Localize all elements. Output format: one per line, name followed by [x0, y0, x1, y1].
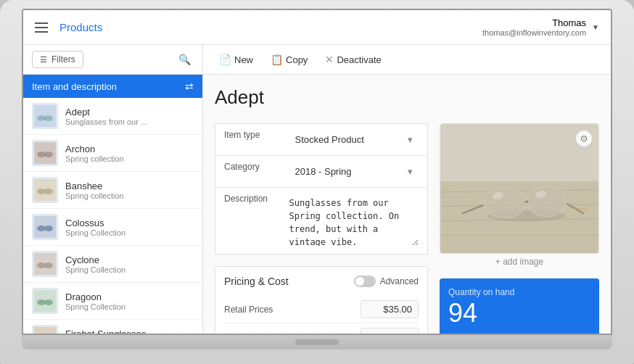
search-button[interactable]: 🔍 — [176, 51, 194, 68]
item-info-adept: Adept Sunglasses from our ... — [65, 107, 194, 126]
item-type-select[interactable]: Stocked Product ▾ — [289, 130, 419, 149]
pricing-title: Pricing & Cost — [224, 276, 289, 287]
new-icon: 📄 — [219, 54, 231, 65]
sidebar-item-adept[interactable]: Adept Sunglasses from our ... — [23, 98, 202, 135]
detail-content: Adept Item type Stocked Product — [203, 75, 611, 334]
detail-toolbar: 📄 New 📋 Copy ✕ Deactivate — [203, 45, 611, 75]
item-name: Archon — [65, 144, 194, 154]
item-name: Banshee — [65, 181, 194, 191]
sidebar-item-cyclone[interactable]: Cyclone Spring Collection — [23, 246, 202, 283]
item-sub: Spring Collection — [65, 265, 194, 274]
user-name: Thomas — [482, 17, 586, 28]
sidebar-sort-icon[interactable]: ⇄ — [185, 80, 194, 92]
product-image-box: ⊙ — [440, 123, 599, 254]
item-sub: Spring collection — [65, 154, 194, 163]
item-thumb-adept — [32, 103, 58, 129]
new-label: New — [234, 54, 253, 65]
sidebar-header-label: Item and description — [32, 81, 117, 92]
item-info-archon: Archon Spring collection — [65, 144, 194, 163]
item-sub: Sunglasses from our ... — [65, 117, 194, 126]
svg-point-12 — [44, 226, 53, 231]
sidebar-item-firebat[interactable]: Firebat Sunglasses Summer Collection — [23, 320, 202, 334]
retail-label: Retail Prices — [224, 305, 361, 315]
category-value: 2018 - Spring ▾ — [281, 156, 428, 188]
toggle-knob — [355, 277, 364, 286]
item-thumb-colossus — [32, 214, 58, 240]
sidebar-toolbar: ☰ Filters 🔍 — [23, 45, 202, 75]
svg-point-38 — [528, 187, 565, 216]
detail-columns: Item type Stocked Product ▾ — [215, 123, 599, 334]
product-form: Item type Stocked Product ▾ — [215, 123, 428, 334]
item-info-cyclone: Cyclone Spring Collection — [65, 255, 194, 274]
menu-icon[interactable] — [35, 22, 48, 33]
sidebar: ☰ Filters 🔍 Item and description ⇄ — [23, 45, 203, 334]
svg-point-9 — [44, 189, 53, 194]
item-name: Dragoon — [65, 291, 194, 302]
item-type-text: Stocked Product — [295, 134, 364, 145]
user-menu-chevron[interactable]: ▼ — [592, 23, 599, 31]
nav-right: Thomas thomas@inflowinventory.com ▼ — [482, 17, 599, 37]
product-form-table: Item type Stocked Product ▾ — [215, 123, 428, 255]
filter-icon: ☰ — [40, 55, 47, 65]
item-thumb-archon — [32, 140, 58, 166]
copy-button[interactable]: 📋 Copy — [266, 51, 312, 68]
item-sub: Spring Collection — [65, 228, 194, 237]
sidebar-item-colossus[interactable]: Colossus Spring Collection — [23, 209, 202, 246]
sidebar-item-banshee[interactable]: Banshee Spring collection — [23, 172, 202, 209]
quantity-value: 94 — [448, 300, 590, 326]
svg-point-36 — [485, 189, 525, 218]
user-info: Thomas thomas@inflowinventory.com — [482, 17, 586, 37]
form-row-description: Description Sunglasses from our Spring c… — [215, 188, 428, 255]
category-chevron: ▾ — [408, 166, 413, 177]
svg-rect-19 — [34, 327, 56, 334]
product-image-container: ⊙ + add image — [440, 123, 599, 270]
price-row-online: Online price $25.00 — [224, 323, 419, 334]
item-thumb-firebat — [32, 325, 58, 334]
description-label: Description — [215, 188, 281, 255]
sidebar-header: Item and description ⇄ — [23, 75, 202, 98]
page-title: Products — [59, 21, 102, 33]
nav-left: Products — [35, 21, 102, 33]
main-content: ☰ Filters 🔍 Item and description ⇄ — [23, 45, 611, 334]
deactivate-label: Deactivate — [337, 54, 381, 65]
item-type-value: Stocked Product ▾ — [281, 124, 428, 156]
deactivate-button[interactable]: ✕ Deactivate — [321, 51, 385, 68]
svg-rect-0 — [34, 105, 56, 127]
search-icon: 🔍 — [178, 54, 191, 65]
advanced-toggle-switch[interactable] — [354, 276, 376, 287]
sidebar-item-dragoon[interactable]: Dragoon Spring Collection — [23, 283, 202, 320]
online-label: Online price — [224, 332, 361, 334]
camera-button[interactable]: ⊙ — [575, 130, 593, 147]
item-name: Firebat Sunglasses — [65, 328, 194, 334]
quantity-box: Quantity on hand 94 Location Quantity — [440, 278, 599, 334]
item-info-banshee: Banshee Spring collection — [65, 181, 194, 200]
category-label: Category — [215, 156, 281, 188]
item-name: Colossus — [65, 218, 194, 228]
category-select[interactable]: 2018 - Spring ▾ — [289, 162, 419, 181]
price-rows: Retail Prices $35.00 Online price $25.00 — [224, 296, 419, 334]
form-row-category: Category 2018 - Spring ▾ — [215, 156, 428, 188]
item-type-label: Item type — [215, 124, 281, 156]
product-image-svg — [440, 124, 598, 253]
description-value: Sunglasses from our Spring collection. O… — [281, 188, 428, 255]
svg-point-15 — [44, 262, 53, 268]
new-button[interactable]: 📄 New — [215, 51, 258, 68]
category-text: 2018 - Spring — [295, 166, 352, 177]
item-thumb-cyclone — [32, 251, 58, 277]
filter-label: Filters — [52, 54, 75, 65]
add-image-link[interactable]: + add image — [440, 254, 599, 270]
item-info-dragoon: Dragoon Spring Collection — [65, 291, 194, 311]
description-textarea[interactable]: Sunglasses from our Spring collection. O… — [289, 194, 419, 246]
online-value: $25.00 — [361, 328, 419, 334]
sidebar-item-archon[interactable]: Archon Spring collection — [23, 135, 202, 172]
svg-point-18 — [44, 299, 53, 305]
detail-panel: 📄 New 📋 Copy ✕ Deactivate — [203, 45, 611, 334]
item-info-colossus: Colossus Spring Collection — [65, 218, 194, 237]
item-type-chevron: ▾ — [408, 134, 413, 145]
pricing-header: Pricing & Cost Advanced — [224, 276, 419, 287]
detail-right: ⊙ + add image Quantity on hand 94 — [440, 123, 599, 334]
advanced-label: Advanced — [380, 276, 419, 286]
user-email: thomas@inflowinventory.com — [482, 28, 586, 37]
price-row-retail: Retail Prices $35.00 — [224, 296, 419, 323]
filter-button[interactable]: ☰ Filters — [32, 51, 83, 68]
